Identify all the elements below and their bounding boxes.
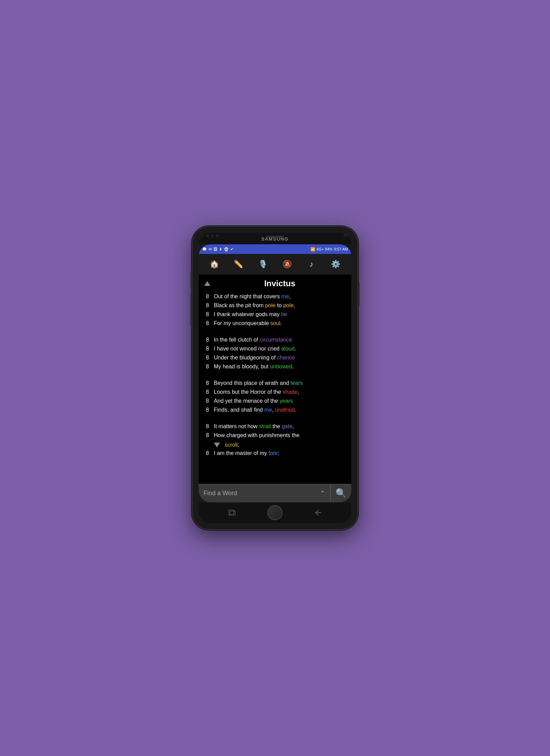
mic-nav-icon[interactable]: 🎙️: [256, 257, 270, 271]
hardware-home-button[interactable]: [267, 505, 283, 520]
line-3-1: 8 Beyond this place of wrath and tears: [204, 379, 346, 387]
search-bar: Find a Word ⌃ 🔍: [199, 484, 351, 502]
line-text: Under the bludgeoning of chance: [214, 354, 346, 362]
line-text: Finds, and shall find me, unafraid.: [214, 406, 346, 414]
status-bar-left: 💬 ✉ 🖼 ⬇ 👻 ✔: [202, 247, 233, 252]
search-icon: 🔍: [336, 488, 346, 499]
line-number: 8: [204, 320, 209, 326]
stanza-2: 8 In the fell clutch of circumstance 8 I…: [204, 336, 346, 371]
line-text: Beyond this place of wrath and tears: [214, 379, 346, 387]
line-1-4: 8 For my unconquerable soul.: [204, 319, 346, 327]
line-number: 8: [204, 293, 209, 300]
snapchat-icon: 👻: [224, 247, 229, 252]
line-number: 8: [204, 311, 209, 318]
line-text: I have not winced nor cried aloud.: [214, 345, 346, 353]
music-nav-icon[interactable]: ♪: [305, 257, 318, 271]
line-4-1: 8 It matters not how strait the gate,: [204, 422, 346, 431]
highlighted-word: me: [264, 407, 272, 413]
caret-up-icon[interactable]: ⌃: [320, 489, 326, 498]
line-3-3: 8 And yet the menace of the years: [204, 397, 346, 405]
line-text: I am the master of my fate:: [214, 449, 346, 457]
scroll-down-row: scroll,: [204, 441, 346, 449]
recents-button[interactable]: [228, 510, 236, 516]
line-number: 8: [204, 407, 209, 413]
line-1-2: 8 Black as the pit from pole to pole,: [204, 301, 346, 310]
line-text: Black as the pit from pole to pole,: [214, 301, 346, 310]
check-icon: ✔: [230, 247, 233, 252]
highlighted-word: scroll: [225, 442, 238, 448]
line-number: 8: [204, 398, 209, 404]
line-2-2: 8 I have not winced nor cried aloud.: [204, 345, 346, 353]
content-area: Invictus 8 Out of the night that covers …: [199, 275, 351, 502]
highlighted-word: be: [281, 311, 287, 317]
status-bar: 💬 ✉ 🖼 ⬇ 👻 ✔ 📶 4G+ 84% 9:57 AM: [199, 244, 351, 254]
highlighted-word: strait: [259, 423, 271, 429]
phone-screen: 💬 ✉ 🖼 ⬇ 👻 ✔ 📶 4G+ 84% 9:57 AM 🏠 ✏️ 🎙️ 🔕 …: [199, 244, 351, 502]
search-button[interactable]: 🔍: [331, 484, 351, 502]
highlighted-word: chance: [277, 355, 295, 360]
highlighted-word: shade: [283, 389, 298, 395]
battery-text: 84%: [325, 247, 333, 251]
messenger-icon: 💬: [202, 247, 207, 252]
signal-text: 4G+: [317, 247, 324, 251]
line-2-4: 8 My head is bloody, but unbowed.: [204, 363, 346, 371]
line-number: 8: [204, 389, 209, 395]
line-number: 8: [204, 337, 209, 343]
status-bar-right: 📶 4G+ 84% 9:57 AM: [310, 247, 348, 252]
scroll-down-triangle[interactable]: [214, 443, 220, 447]
line-text: I thank whatever gods may be: [214, 310, 346, 319]
sensor-dot-2: [211, 234, 214, 237]
line-1-3: 8 I thank whatever gods may be: [204, 310, 346, 319]
highlighted-word: unafraid: [275, 407, 295, 413]
settings-nav-icon[interactable]: ⚙️: [329, 257, 343, 271]
line-text: Looms but the Horror of the shade,: [214, 388, 346, 396]
time-display: 9:57 AM: [334, 247, 348, 251]
line-number: 8: [204, 380, 209, 386]
line-number: 8: [204, 432, 209, 438]
poem-scroll-area[interactable]: Invictus 8 Out of the night that covers …: [199, 275, 351, 484]
stanza-1: 8 Out of the night that covers me, 8 Bla…: [204, 292, 346, 327]
highlighted-word: me: [282, 293, 289, 299]
line-3-4: 8 Finds, and shall find me, unafraid.: [204, 406, 346, 414]
home-nav-icon[interactable]: 🏠: [207, 257, 221, 271]
sensor-dot-3: [216, 234, 219, 237]
speaker-grille: [266, 236, 284, 238]
line-number: 8: [204, 364, 209, 370]
front-camera: [344, 234, 347, 237]
image-icon: 🖼: [213, 247, 217, 251]
phone-device: SAMSUNG 💬 ✉ 🖼 ⬇ 👻 ✔ 📶 4G+ 84% 9:57 AM 🏠 …: [192, 227, 358, 529]
line-text: scroll,: [225, 441, 346, 449]
highlighted-word: circumstance: [260, 337, 292, 343]
line-4-2: 8 How charged with punishments the: [204, 431, 346, 440]
stanza-4: 8 It matters not how strait the gate, 8 …: [204, 422, 346, 457]
search-input-area[interactable]: Find a Word ⌃: [199, 484, 331, 502]
highlighted-word: fate: [268, 450, 278, 456]
edit-nav-icon[interactable]: ✏️: [232, 257, 245, 271]
notification-nav-icon[interactable]: 🔕: [280, 257, 294, 271]
bottom-bezel: [199, 502, 351, 523]
line-4-4: 8 I am the master of my fate:: [204, 449, 346, 457]
highlighted-word: years: [279, 398, 293, 404]
scroll-up-triangle[interactable]: [204, 281, 210, 286]
wifi-icon: 📶: [310, 247, 315, 252]
search-placeholder[interactable]: Find a Word: [204, 490, 317, 497]
line-text: For my unconquerable soul.: [214, 319, 346, 327]
line-text: My head is bloody, but unbowed.: [214, 363, 346, 371]
download-icon: ⬇: [219, 247, 222, 252]
highlighted-word: aloud: [281, 346, 295, 352]
highlighted-word: soul: [271, 320, 280, 326]
line-text: In the fell clutch of circumstance: [214, 336, 346, 344]
back-button[interactable]: [314, 510, 322, 516]
line-1-1: 8 Out of the night that covers me,: [204, 292, 346, 301]
line-3-2: 8 Looms but the Horror of the shade,: [204, 388, 346, 396]
line-number: 8: [204, 450, 209, 456]
email-icon: ✉: [209, 247, 212, 252]
highlighted-word: unbowed: [270, 364, 292, 369]
line-2-3: 8 Under the bludgeoning of chance: [204, 354, 346, 362]
line-number: 8: [204, 346, 209, 352]
sensor-dot-1: [206, 234, 209, 237]
line-number: 8: [204, 302, 209, 309]
highlighted-word: tears: [290, 380, 303, 386]
highlighted-word: pole: [283, 302, 294, 308]
stanza-3: 8 Beyond this place of wrath and tears 8…: [204, 379, 346, 414]
